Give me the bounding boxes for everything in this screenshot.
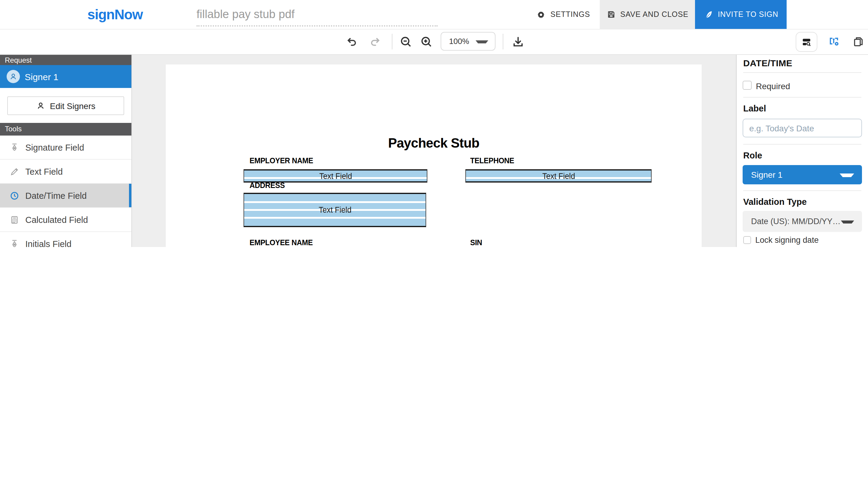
person-icon [36,101,45,110]
divider [743,144,861,145]
undo-button[interactable] [345,35,358,48]
panel-title: DATE/TIME [743,58,792,68]
feather-icon [703,10,714,20]
divider [743,72,861,73]
page-title: Paycheck Stub [166,136,702,151]
sidebar-item-label: Calculated Field [25,215,88,224]
clock-icon [10,191,19,200]
calculator-icon [10,215,19,224]
edit-signers-label: Edit Signers [50,101,95,111]
sidebar-item-label: Text Field [25,167,63,176]
download-button[interactable] [511,35,524,48]
invite-to-sign-label: INVITE TO SIGN [718,10,778,19]
save-icon [606,10,616,19]
telephone-text-field[interactable]: Text Field [465,169,652,183]
required-label: Required [756,81,790,91]
toolbar-divider [392,34,392,50]
left-sidebar: Request Signer 1 Edit Signers Tools Sign… [0,54,132,247]
pencil-icon [10,167,19,176]
signer-avatar [7,70,20,83]
sidebar-item-calculated-field[interactable]: Calculated Field [0,208,131,232]
role-dropdown[interactable]: Signer 1 [743,165,862,184]
signature-pen-icon [10,239,19,247]
editor-toolbar: 100% [0,29,868,55]
zoom-level-value: 100% [441,37,469,46]
label-heading: Label [743,103,766,113]
divider [743,190,861,191]
zoom-out-button[interactable] [399,35,412,48]
fields-search-button[interactable] [796,32,817,52]
text-field-settings-icon[interactable] [826,34,841,49]
gear-icon [536,10,546,20]
document-page: Paycheck Stub EMPLOYER NAME Text Field T… [166,64,702,247]
sidebar-item-text-field[interactable]: Text Field [0,160,131,184]
employer-name-label: EMPLOYER NAME [250,156,313,165]
field-properties-panel: DATE/TIME Required Label Role Signer 1 V… [736,54,868,247]
divider [743,97,861,98]
employee-name-label: EMPLOYEE NAME [250,238,313,247]
label-input[interactable] [743,119,862,137]
sidebar-item-label: Signature Field [25,142,84,152]
role-value: Signer 1 [743,170,782,179]
role-heading: Role [743,151,762,160]
settings-label: SETTINGS [550,10,590,19]
settings-button[interactable]: SETTINGS [529,0,597,29]
tools-section-header: Tools [0,123,131,136]
sidebar-item-datetime-field[interactable]: Date/Time Field [0,184,131,208]
signer-name: Signer 1 [25,71,58,82]
sidebar-item-label: Date/Time Field [25,191,87,200]
chevron-down-icon [476,40,488,43]
document-title-field[interactable]: fillable pay stub pdf [197,4,438,26]
signnow-editor: signNow fillable pay stub pdf SETTINGS S… [0,0,868,247]
top-bar: signNow fillable pay stub pdf SETTINGS S… [0,0,868,30]
chevron-down-icon [840,173,854,177]
save-and-close-label: SAVE AND CLOSE [620,10,688,19]
validation-type-value: Date (US): MM/DD/YY… [743,217,841,226]
lock-signing-date-label: Lock signing date [755,235,818,245]
redo-button[interactable] [369,35,382,48]
sidebar-item-initials-field[interactable]: Initials Field [0,232,131,247]
telephone-label: TELEPHONE [470,156,514,165]
employer-address-text-field[interactable]: Text Field [243,193,426,227]
signnow-logo: signNow [87,0,143,29]
validation-type-heading: Validation Type [743,197,807,207]
sidebar-item-signature-field[interactable]: Signature Field [0,136,131,160]
address-label: ADDRESS [250,181,285,190]
signature-pen-icon [10,142,19,152]
zoom-level-select[interactable]: 100% [441,32,496,51]
zoom-in-button[interactable] [420,35,433,48]
required-checkbox[interactable] [743,81,752,90]
sidebar-item-label: Initials Field [25,239,71,247]
sin-label: SIN [470,238,482,247]
toolbar-divider [503,34,503,50]
chevron-down-icon [841,221,854,224]
edit-signers-button[interactable]: Edit Signers [7,96,124,115]
invite-to-sign-button[interactable]: INVITE TO SIGN [695,0,787,29]
lock-signing-date-checkbox[interactable] [743,236,751,244]
document-canvas[interactable]: Paycheck Stub EMPLOYER NAME Text Field T… [131,54,736,247]
validation-type-dropdown[interactable]: Date (US): MM/DD/YY… [743,211,862,232]
pages-copy-icon[interactable] [851,34,865,48]
signer-row[interactable]: Signer 1 [0,65,131,88]
document-title[interactable]: fillable pay stub pdf [197,4,438,24]
save-and-close-button[interactable]: SAVE AND CLOSE [600,0,695,29]
